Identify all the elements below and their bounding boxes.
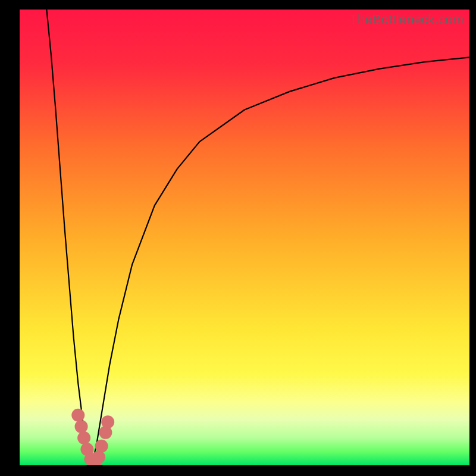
dip-marker — [95, 440, 108, 453]
dip-marker — [101, 415, 114, 428]
dip-marker — [92, 450, 105, 464]
chart-frame: TheBottleneck.com — [0, 0, 476, 476]
dip-marker-cluster — [71, 409, 114, 465]
dip-marker — [71, 409, 84, 422]
curve-left-branch — [46, 10, 92, 465]
plot-area: TheBottleneck.com — [20, 10, 469, 465]
chart-svg — [20, 10, 469, 465]
watermark-text: TheBottleneck.com — [349, 12, 464, 27]
dip-marker — [77, 431, 90, 444]
curve-right-branch — [92, 57, 469, 465]
dip-marker — [75, 420, 88, 433]
